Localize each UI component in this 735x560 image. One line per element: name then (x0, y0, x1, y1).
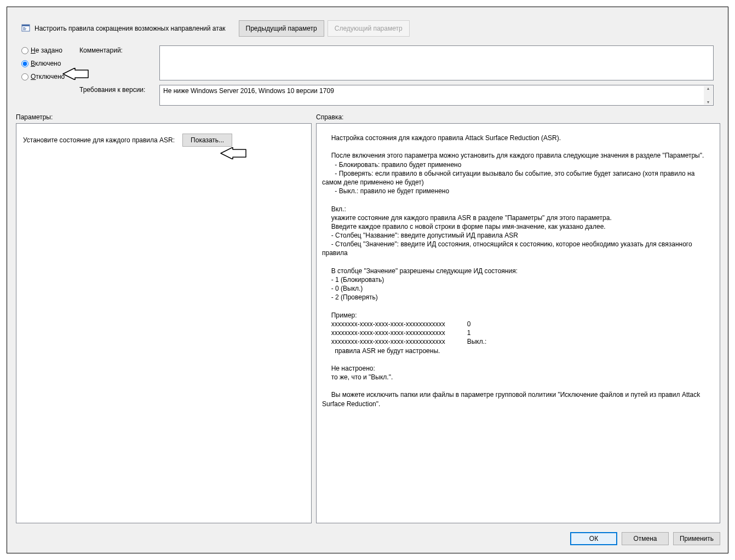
help-section-label: Справка: (316, 113, 714, 121)
requirements-row: Требования к версии: Не ниже Windows Ser… (7, 80, 728, 106)
asr-state-row: Установите состояние для каждого правила… (23, 134, 305, 147)
radio-disabled-label: тключено (36, 73, 65, 80)
asr-state-label: Установите состояние для каждого правила… (23, 136, 175, 144)
comment-label: Комментарий: (79, 45, 156, 80)
section-labels: Параметры: Справка: (7, 106, 728, 123)
help-pane: Настройка состояния для каждого правила … (316, 123, 720, 523)
main-panes: Установите состояние для каждого правила… (16, 123, 720, 523)
radio-not-configured-input[interactable] (21, 47, 28, 54)
radio-not-configured-label: е задано (36, 47, 62, 54)
radio-disabled-input[interactable] (21, 73, 28, 80)
radio-enabled-input[interactable] (21, 60, 28, 67)
cancel-button[interactable]: Отмена (622, 532, 669, 545)
requirements-scrollbar[interactable]: ▴▾ (704, 86, 713, 105)
requirements-value-box: Не ниже Windows Server 2016, Windows 10 … (159, 85, 714, 106)
prev-setting-button[interactable]: Предыдущий параметр (239, 20, 324, 37)
requirements-label: Требования к версии: (79, 85, 156, 94)
radio-enabled-label: ключено (35, 60, 61, 67)
dialog-window: Настроить правила сокращения возможных н… (7, 7, 728, 553)
options-section-label: Параметры: (16, 113, 316, 121)
radio-disabled[interactable]: Отключено (21, 73, 76, 80)
dialog-title: Настроить правила сокращения возможных н… (35, 25, 226, 32)
radio-not-configured[interactable]: Не задано (21, 47, 76, 54)
dialog-footer: ОК Отмена Применить (7, 528, 728, 553)
ok-button[interactable]: ОК (570, 532, 617, 545)
state-radios: Не задано Включено Отключено (21, 47, 76, 80)
dialog-header: Настроить правила сокращения возможных н… (7, 7, 728, 42)
next-setting-button: Следующий параметр (328, 20, 410, 37)
svg-rect-1 (22, 25, 30, 26)
state-comment-grid: Не задано Включено Отключено Комментарий… (7, 42, 728, 80)
svg-rect-2 (23, 27, 25, 28)
policy-icon (21, 24, 30, 32)
apply-button[interactable]: Применить (673, 532, 720, 545)
options-pane: Установите состояние для каждого правила… (16, 123, 312, 523)
comment-input[interactable] (159, 45, 714, 80)
radio-enabled[interactable]: Включено (21, 60, 76, 67)
show-button[interactable]: Показать... (182, 134, 232, 147)
svg-rect-4 (23, 30, 26, 30)
requirements-value: Не ниже Windows Server 2016, Windows 10 … (163, 87, 334, 95)
svg-rect-3 (23, 28, 26, 29)
help-text[interactable]: Настройка состояния для каждого правила … (317, 124, 720, 523)
